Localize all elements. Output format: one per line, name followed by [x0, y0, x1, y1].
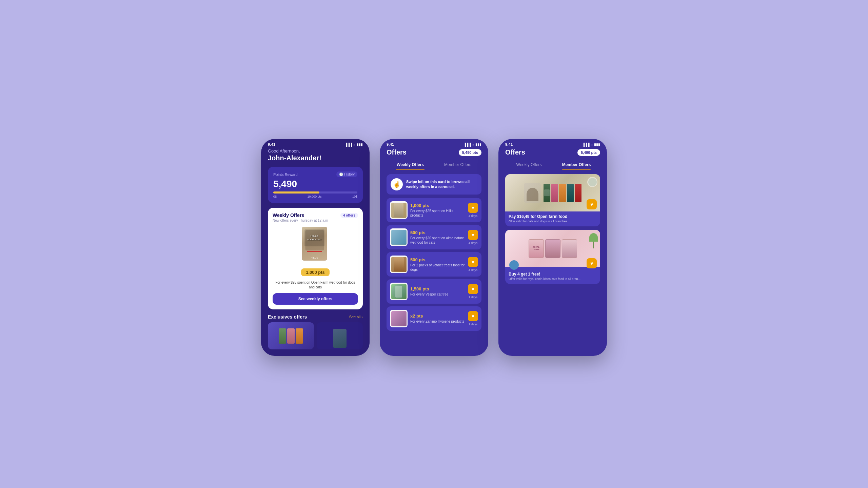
weekly-subtitle: New offers every Thursday at 12 a.m: [273, 219, 358, 222]
weekly-offers-header: Weekly Offers 4 offers: [273, 212, 358, 218]
time-3: 9:41: [505, 142, 513, 146]
offer-right-2: ♥ 4 days: [468, 230, 478, 245]
phone-home: 9:41 ▐▐▐ ≈ ▮▮▮ Good Afternoon, John-Alex…: [261, 139, 370, 356]
food-visual-2: [391, 230, 407, 245]
member-offer-title-1: Pay $16,49 for Open farm food: [509, 214, 597, 219]
points-min: 0$: [273, 195, 277, 198]
favorite-btn-4[interactable]: ♥: [468, 284, 478, 294]
food-visual-4: [391, 284, 407, 299]
favorite-btn-2[interactable]: ♥: [468, 230, 478, 240]
favorite-btn-3[interactable]: ♥: [468, 257, 478, 267]
status-icons-2: ▐▐▐ ≈ ▮▮▮: [463, 143, 481, 146]
tab-member-label-3: Member Offers: [562, 162, 591, 167]
offer-right-5: ♥ 1 days: [468, 311, 478, 326]
cat-food-image: HILLSSCIENCE DIET HILL'S: [273, 225, 358, 266]
phone1-content: Good Afternoon, John-Alexander! Points R…: [261, 148, 370, 354]
clock-icon: 🕐: [339, 172, 343, 176]
tab-weekly-label-2: Weekly Offers: [397, 162, 424, 167]
wifi-icon-1: ≈: [354, 143, 356, 146]
see-all-button[interactable]: See all ›: [349, 315, 363, 319]
member-favorite-btn-1[interactable]: ♥: [587, 199, 597, 209]
favorite-btn-5[interactable]: ♥: [468, 311, 478, 321]
offer-right-1: ♥ 4 days: [468, 203, 478, 218]
battery-icon-3: ▮▮▮: [594, 143, 600, 146]
points-bar-bg: [273, 191, 357, 194]
days-3: 4 days: [469, 268, 478, 272]
tab-weekly-3[interactable]: Weekly Offers: [505, 160, 553, 170]
swipe-icon: ☝: [391, 178, 403, 190]
offers-title-3: Offers: [505, 148, 525, 156]
points-pill-2: 5,490 pts: [459, 149, 481, 156]
offer-item-5[interactable]: x2 pts For every Zanimo Hygiene products…: [387, 306, 481, 331]
exclusives-section: Exclusives offers See all ›: [268, 314, 363, 349]
status-bar-1: 9:41 ▐▐▐ ≈ ▮▮▮: [261, 139, 370, 148]
offers-tabs-2: Weekly Offers Member Offers: [380, 160, 488, 170]
offer-info-2: 500 pts For every $20 spent on almo natu…: [410, 230, 465, 245]
signal-icon-2: ▐▐▐: [463, 143, 471, 146]
offers-tabs-3: Weekly Offers Member Offers: [498, 160, 607, 170]
offers-badge: 4 offers: [340, 213, 358, 218]
phone-member-offers: 9:41 ▐▐▐ ≈ ▮▮▮ Offers 5,490 pts Weekly O…: [498, 139, 607, 356]
see-weekly-button[interactable]: See weekly offers: [273, 293, 358, 305]
offer-item-1[interactable]: 1,000 pts For every $25 spent on Hill's …: [387, 198, 481, 222]
exclusives-title: Exclusives offers: [268, 314, 307, 320]
exclusive-card-2[interactable]: [317, 322, 363, 349]
greeting-text: Good Afternoon,: [268, 148, 363, 154]
offer-item-3[interactable]: 500 pts For 2 packs of vetdiet treats fo…: [387, 252, 481, 277]
offer-img-1: [390, 201, 408, 219]
points-max-center: 10,000 pts: [307, 195, 321, 198]
offers-header-3: Offers 5,490 pts: [498, 148, 607, 160]
time-1: 9:41: [268, 142, 275, 146]
member-card-2[interactable]: ROYALCANIN Buy 4 get 1 free! Offer valid…: [505, 230, 600, 284]
tab-member-3[interactable]: Member Offers: [553, 160, 600, 170]
weekly-title: Weekly Offers: [273, 212, 304, 218]
offer-desc-1: For every $25 spent on Hill's products: [410, 209, 465, 218]
offer-img-5: [390, 310, 408, 327]
signal-icon-3: ▐▐▐: [582, 143, 589, 146]
member-offer-title-2: Buy 4 get 1 free!: [509, 272, 597, 277]
food-visual-3: [391, 257, 407, 272]
exclusive-card-1[interactable]: [268, 322, 314, 349]
offer-desc-5: For every Zanimo Hygiene products: [410, 319, 465, 324]
food-visual-1: [391, 203, 407, 218]
phones-container: 9:41 ▐▐▐ ≈ ▮▮▮ Good Afternoon, John-Alex…: [261, 132, 607, 356]
points-max: 10$: [352, 195, 357, 198]
points-bar-fill: [273, 191, 319, 194]
weekly-offers-card: Weekly Offers 4 offers New offers every …: [268, 208, 363, 309]
pts-badge: 1,000 pts: [301, 268, 330, 276]
tab-member-label-2: Member Offers: [444, 162, 471, 167]
history-button[interactable]: 🕐 History: [336, 171, 357, 177]
offer-desc-4: For every Vesper cat tree: [410, 292, 465, 297]
member-card-1[interactable]: Pay $16,49 for Open farm food Offer vali…: [505, 174, 600, 226]
offers-list: 1,000 pts For every $25 spent on Hill's …: [380, 198, 488, 331]
points-header: Points Reward 🕐 History: [273, 171, 357, 177]
points-card: Points Reward 🕐 History 5,490 0$ 10,000 …: [268, 167, 363, 203]
favorite-btn-1[interactable]: ♥: [468, 203, 478, 213]
finger-icon: ☝: [393, 181, 400, 188]
member-card-info-1: Pay $16,49 for Open farm food Offer vali…: [505, 211, 600, 226]
swipe-hint: ☝ Swipe left on this card to browse all …: [387, 174, 481, 195]
offer-pts-4: 1,500 pts: [410, 286, 465, 291]
days-5: 1 days: [469, 323, 478, 326]
offer-right-3: ♥ 4 days: [468, 257, 478, 272]
member-card-img-1: [505, 174, 600, 211]
tab-weekly-offers-2[interactable]: Weekly Offers: [387, 160, 434, 170]
history-label: History: [344, 172, 355, 176]
member-card-info-2: Buy 4 get 1 free! Offer valid for royal …: [505, 267, 600, 284]
offer-img-2: [390, 228, 408, 246]
exclusives-header: Exclusives offers See all ›: [268, 314, 363, 320]
points-pill-3: 5,490 pts: [577, 149, 600, 156]
user-name: John-Alexander!: [268, 154, 363, 162]
offer-info-1: 1,000 pts For every $25 spent on Hill's …: [410, 203, 465, 218]
time-2: 9:41: [387, 142, 394, 146]
offer-pts-2: 500 pts: [410, 230, 465, 235]
offer-item-2[interactable]: 500 pts For every $20 spent on almo natu…: [387, 225, 481, 249]
exclusives-cards: [268, 322, 363, 349]
wifi-icon-2: ≈: [472, 143, 474, 146]
points-label: Points Reward: [273, 172, 298, 177]
member-favorite-btn-2[interactable]: ♥: [587, 258, 597, 268]
status-icons-3: ▐▐▐ ≈ ▮▮▮: [582, 143, 600, 146]
tab-member-offers-2[interactable]: Member Offers: [434, 160, 481, 170]
offer-pts-3: 500 pts: [410, 257, 465, 262]
offer-item-4[interactable]: 1,500 pts For every Vesper cat tree ♥ 1 …: [387, 279, 481, 304]
